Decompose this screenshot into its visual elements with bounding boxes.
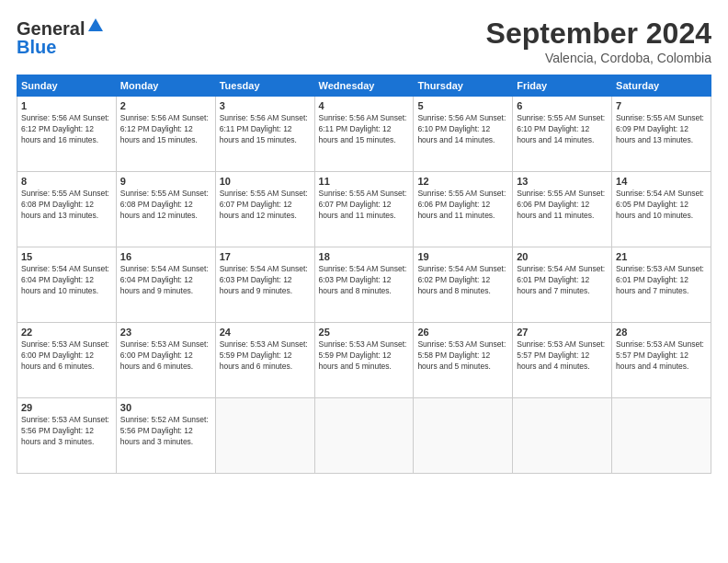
calendar-table: Sunday Monday Tuesday Wednesday Thursday… [17,75,711,474]
day-info: Sunrise: 5:53 AM Sunset: 6:00 PM Dayligh… [21,339,112,373]
day-number: 9 [120,176,211,187]
table-row: 23Sunrise: 5:53 AM Sunset: 6:00 PM Dayli… [116,323,215,398]
header: General Blue September 2024 Valencia, Co… [17,17,711,65]
table-row: 18Sunrise: 5:54 AM Sunset: 6:03 PM Dayli… [314,247,414,323]
table-row: 10Sunrise: 5:55 AM Sunset: 6:07 PM Dayli… [215,172,314,247]
table-row: 20Sunrise: 5:54 AM Sunset: 6:01 PM Dayli… [513,247,612,323]
day-info: Sunrise: 5:56 AM Sunset: 6:11 PM Dayligh… [319,113,410,146]
table-row: 14Sunrise: 5:54 AM Sunset: 6:05 PM Dayli… [612,172,711,247]
day-number: 17 [220,251,311,262]
day-info: Sunrise: 5:53 AM Sunset: 5:58 PM Dayligh… [417,339,508,373]
col-friday: Friday [513,75,612,97]
day-info: Sunrise: 5:55 AM Sunset: 6:09 PM Dayligh… [616,113,707,146]
col-sunday: Sunday [17,75,117,97]
table-row: 8Sunrise: 5:55 AM Sunset: 6:08 PM Daylig… [17,172,117,247]
day-info: Sunrise: 5:54 AM Sunset: 6:03 PM Dayligh… [319,264,410,297]
day-number: 18 [319,251,410,262]
col-thursday: Thursday [414,75,513,97]
table-row [513,398,612,474]
day-info: Sunrise: 5:55 AM Sunset: 6:08 PM Dayligh… [120,189,211,222]
day-number: 5 [417,100,508,111]
day-number: 30 [120,402,211,413]
day-number: 27 [517,327,608,338]
day-number: 29 [21,402,112,413]
logo: General Blue [17,17,105,56]
calendar-row: 15Sunrise: 5:54 AM Sunset: 6:04 PM Dayli… [17,247,711,323]
table-row [215,398,314,474]
day-number: 13 [517,176,608,187]
day-info: Sunrise: 5:52 AM Sunset: 5:56 PM Dayligh… [120,415,211,448]
day-info: Sunrise: 5:53 AM Sunset: 5:59 PM Dayligh… [319,339,410,373]
day-info: Sunrise: 5:53 AM Sunset: 5:59 PM Dayligh… [220,339,311,373]
day-number: 19 [417,251,508,262]
day-info: Sunrise: 5:56 AM Sunset: 6:12 PM Dayligh… [21,113,112,146]
table-row: 6Sunrise: 5:55 AM Sunset: 6:10 PM Daylig… [513,97,612,172]
day-info: Sunrise: 5:55 AM Sunset: 6:06 PM Dayligh… [417,189,508,222]
day-info: Sunrise: 5:54 AM Sunset: 6:04 PM Dayligh… [120,264,211,297]
day-info: Sunrise: 5:53 AM Sunset: 6:01 PM Dayligh… [616,264,707,297]
day-info: Sunrise: 5:54 AM Sunset: 6:05 PM Dayligh… [616,189,707,222]
day-number: 23 [120,327,211,338]
day-number: 20 [517,251,608,262]
calendar-body: 1Sunrise: 5:56 AM Sunset: 6:12 PM Daylig… [17,97,711,474]
table-row: 24Sunrise: 5:53 AM Sunset: 5:59 PM Dayli… [215,323,314,398]
day-number: 11 [319,176,410,187]
day-number: 7 [616,100,707,111]
calendar-row: 8Sunrise: 5:55 AM Sunset: 6:08 PM Daylig… [17,172,711,247]
col-monday: Monday [116,75,215,97]
day-info: Sunrise: 5:55 AM Sunset: 6:08 PM Dayligh… [21,189,112,222]
day-info: Sunrise: 5:53 AM Sunset: 5:56 PM Dayligh… [21,415,112,448]
table-row: 29Sunrise: 5:53 AM Sunset: 5:56 PM Dayli… [17,398,117,474]
day-number: 25 [319,327,410,338]
table-row: 13Sunrise: 5:55 AM Sunset: 6:06 PM Dayli… [513,172,612,247]
table-row: 1Sunrise: 5:56 AM Sunset: 6:12 PM Daylig… [17,97,117,172]
day-number: 24 [220,327,311,338]
title-block: September 2024 Valencia, Cordoba, Colomb… [486,17,711,65]
table-row: 22Sunrise: 5:53 AM Sunset: 6:00 PM Dayli… [17,323,117,398]
day-info: Sunrise: 5:54 AM Sunset: 6:03 PM Dayligh… [220,264,311,297]
table-row: 28Sunrise: 5:53 AM Sunset: 5:57 PM Dayli… [612,323,711,398]
day-number: 15 [21,251,112,262]
table-row: 26Sunrise: 5:53 AM Sunset: 5:58 PM Dayli… [414,323,513,398]
table-row: 7Sunrise: 5:55 AM Sunset: 6:09 PM Daylig… [612,97,711,172]
day-number: 14 [616,176,707,187]
table-row: 21Sunrise: 5:53 AM Sunset: 6:01 PM Dayli… [612,247,711,323]
table-row: 4Sunrise: 5:56 AM Sunset: 6:11 PM Daylig… [314,97,414,172]
day-number: 21 [616,251,707,262]
logo-blue: Blue [17,38,105,56]
table-row [414,398,513,474]
svg-marker-0 [88,18,103,31]
day-info: Sunrise: 5:55 AM Sunset: 6:10 PM Dayligh… [517,113,608,146]
table-row: 30Sunrise: 5:52 AM Sunset: 5:56 PM Dayli… [116,398,215,474]
day-number: 28 [616,327,707,338]
day-info: Sunrise: 5:53 AM Sunset: 5:57 PM Dayligh… [616,339,707,373]
col-saturday: Saturday [612,75,711,97]
month-title: September 2024 [486,17,711,51]
day-number: 26 [417,327,508,338]
table-row: 19Sunrise: 5:54 AM Sunset: 6:02 PM Dayli… [414,247,513,323]
day-number: 1 [21,100,112,111]
day-info: Sunrise: 5:55 AM Sunset: 6:07 PM Dayligh… [220,189,311,222]
day-number: 2 [120,100,211,111]
page: General Blue September 2024 Valencia, Co… [0,0,728,563]
calendar-row: 1Sunrise: 5:56 AM Sunset: 6:12 PM Daylig… [17,97,711,172]
col-tuesday: Tuesday [215,75,314,97]
logo-general: General [17,18,85,39]
logo-icon [86,17,105,38]
day-number: 12 [417,176,508,187]
day-info: Sunrise: 5:55 AM Sunset: 6:06 PM Dayligh… [517,189,608,222]
day-number: 6 [517,100,608,111]
table-row: 15Sunrise: 5:54 AM Sunset: 6:04 PM Dayli… [17,247,117,323]
day-info: Sunrise: 5:53 AM Sunset: 6:00 PM Dayligh… [120,339,211,373]
table-row: 16Sunrise: 5:54 AM Sunset: 6:04 PM Dayli… [116,247,215,323]
table-row: 3Sunrise: 5:56 AM Sunset: 6:11 PM Daylig… [215,97,314,172]
day-info: Sunrise: 5:54 AM Sunset: 6:01 PM Dayligh… [517,264,608,297]
subtitle: Valencia, Cordoba, Colombia [486,51,711,65]
table-row [612,398,711,474]
table-row: 11Sunrise: 5:55 AM Sunset: 6:07 PM Dayli… [314,172,414,247]
day-info: Sunrise: 5:54 AM Sunset: 6:02 PM Dayligh… [417,264,508,297]
day-number: 16 [120,251,211,262]
calendar-row: 22Sunrise: 5:53 AM Sunset: 6:00 PM Dayli… [17,323,711,398]
day-info: Sunrise: 5:55 AM Sunset: 6:07 PM Dayligh… [319,189,410,222]
table-row: 9Sunrise: 5:55 AM Sunset: 6:08 PM Daylig… [116,172,215,247]
